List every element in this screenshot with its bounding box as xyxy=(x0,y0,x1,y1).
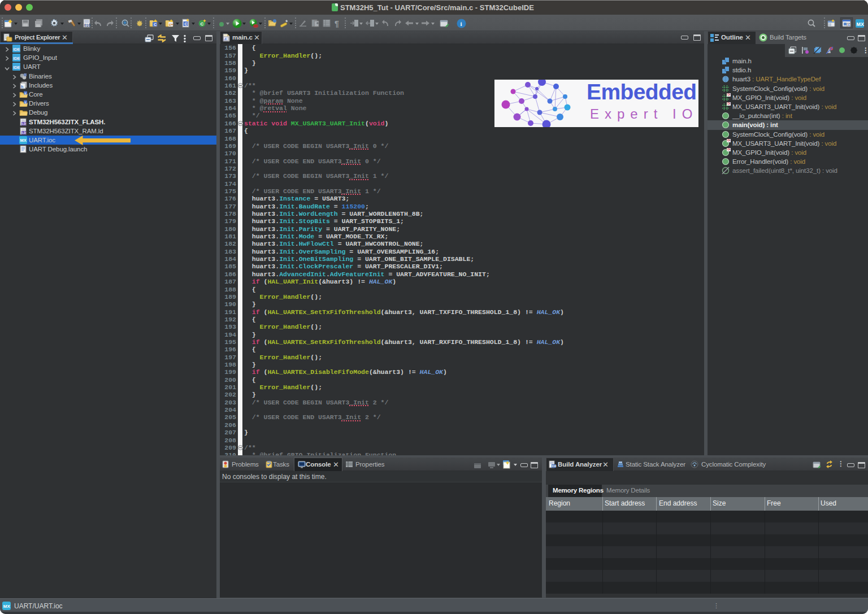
svg-text:h: h xyxy=(21,84,23,88)
svg-text:MX: MX xyxy=(857,21,865,27)
svg-text:IDE: IDE xyxy=(13,56,20,61)
svg-text:i: i xyxy=(461,20,462,27)
svg-text:.c: .c xyxy=(224,37,227,41)
svg-text:C: C xyxy=(848,23,850,27)
svg-text:C: C xyxy=(154,23,157,27)
svg-text:IDE: IDE xyxy=(13,47,20,52)
svg-text:010: 010 xyxy=(84,23,90,27)
svg-text:c: c xyxy=(25,92,27,95)
svg-text:010: 010 xyxy=(552,465,557,468)
svg-text:LD: LD xyxy=(22,122,26,125)
svg-text:LD: LD xyxy=(22,131,26,134)
svg-text:C: C xyxy=(201,21,204,27)
svg-text:c+: c+ xyxy=(169,23,173,27)
svg-text:IDE: IDE xyxy=(13,65,20,70)
svg-text:MX: MX xyxy=(3,604,11,609)
svg-text:MX: MX xyxy=(20,138,27,143)
svg-text:c: c xyxy=(25,101,27,104)
svg-text:C: C xyxy=(185,22,188,26)
